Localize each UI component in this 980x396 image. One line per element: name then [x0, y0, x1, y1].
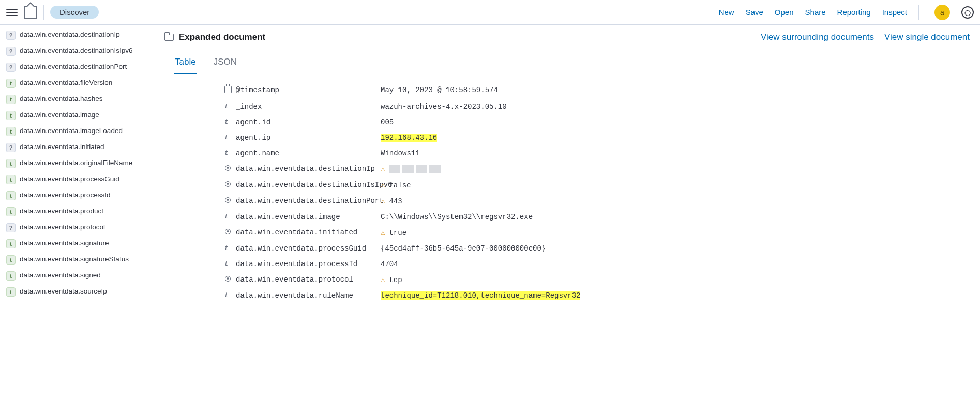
text-type-icon: t [224, 118, 236, 126]
text-type-icon: t [6, 271, 16, 281]
date-type-icon [224, 86, 236, 95]
new-button[interactable]: New [719, 8, 734, 17]
home-icon[interactable] [24, 6, 37, 19]
field-value: ⚠false [381, 181, 970, 189]
unknown-type-icon: ⦿ [224, 181, 236, 188]
view-surrounding-link[interactable]: View surrounding documents [761, 32, 874, 42]
field-value: 4704 [381, 260, 970, 268]
field-key: data.win.eventdata.destinationPort [236, 197, 381, 205]
fields-sidebar: ?data.win.eventdata.destinationIp?data.w… [0, 25, 152, 396]
doc-row: @timestampMay 10, 2023 @ 10:58:59.574 [164, 82, 970, 99]
warning-icon: ⚠ [381, 228, 385, 237]
field-name: data.win.eventdata.signatureStatus [20, 255, 129, 264]
unknown-type-icon: ⦿ [224, 165, 236, 172]
unknown-type-icon: ⦿ [224, 275, 236, 283]
field-name: data.win.eventdata.destinationIp [20, 30, 120, 39]
doc-row: t_indexwazuh-archives-4.x-2023.05.10 [164, 99, 970, 114]
field-value: ⚠tcp [381, 275, 970, 284]
avatar[interactable]: a [934, 5, 950, 20]
value-text: 192.168.43.16 [381, 134, 437, 142]
field-value: May 10, 2023 @ 10:58:59.574 [381, 86, 970, 94]
share-button[interactable]: Share [805, 8, 826, 17]
tab-json[interactable]: JSON [213, 53, 238, 74]
field-name: data.win.eventdata.sourceIp [20, 287, 107, 296]
doc-row: tdata.win.eventdata.processId4704 [164, 256, 970, 272]
page-title: Expanded document [179, 32, 265, 42]
topbar-left: Discover [6, 5, 99, 20]
topbar: Discover New Save Open Share Reporting I… [0, 0, 980, 25]
open-button[interactable]: Open [775, 8, 794, 17]
doc-header: Expanded document View surrounding docum… [164, 32, 970, 42]
field-item[interactable]: tdata.win.eventdata.processGuid [4, 171, 147, 187]
text-type-icon: t [6, 95, 16, 104]
field-key: agent.id [236, 118, 381, 126]
field-item[interactable]: tdata.win.eventdata.product [4, 203, 147, 219]
field-value: ⚠ [381, 165, 970, 173]
value-text: 4704 [381, 260, 398, 268]
text-type-icon: t [224, 102, 236, 110]
field-value: 005 [381, 118, 970, 126]
tab-table[interactable]: Table [174, 53, 197, 74]
field-name: data.win.eventdata.originalFileName [20, 158, 132, 168]
menu-icon[interactable] [6, 7, 18, 18]
warning-icon: ⚠ [381, 275, 385, 284]
doc-row: tagent.id005 [164, 114, 970, 130]
reporting-button[interactable]: Reporting [837, 8, 871, 17]
value-text: technique_id=T1218.010,technique_name=Re… [381, 291, 580, 300]
doc-row: tagent.nameWindows11 [164, 145, 970, 161]
field-item[interactable]: ?data.win.eventdata.destinationIp [4, 27, 147, 43]
field-name: data.win.eventdata.signed [20, 271, 101, 280]
value-text: C:\\Windows\\System32\\regsvr32.exe [381, 213, 533, 221]
field-key: data.win.eventdata.image [236, 213, 381, 221]
text-type-icon: t [224, 291, 236, 299]
field-item[interactable]: tdata.win.eventdata.signed [4, 268, 147, 284]
doc-row: tdata.win.eventdata.imageC:\\Windows\\Sy… [164, 209, 970, 225]
field-item[interactable]: ?data.win.eventdata.initiated [4, 139, 147, 155]
doc-row: ⦿data.win.eventdata.destinationIsIpv6⚠fa… [164, 177, 970, 193]
value-text: Windows11 [381, 149, 420, 157]
field-item[interactable]: tdata.win.eventdata.processId [4, 187, 147, 203]
doc-tabs: Table JSON [164, 53, 970, 74]
field-item[interactable]: tdata.win.eventdata.sourceIp [4, 284, 147, 300]
text-type-icon: t [6, 127, 16, 136]
text-type-icon: t [6, 159, 16, 168]
doc-row: ⦿data.win.eventdata.protocol⚠tcp [164, 272, 970, 288]
inspect-button[interactable]: Inspect [882, 8, 907, 17]
field-item[interactable]: ?data.win.eventdata.protocol [4, 219, 147, 236]
save-button[interactable]: Save [746, 8, 763, 17]
unknown-type-icon: ? [6, 223, 16, 232]
help-icon[interactable]: ◌ [961, 6, 974, 19]
unknown-type-icon: ⦿ [224, 228, 236, 236]
field-item[interactable]: tdata.win.eventdata.signatureStatus [4, 252, 147, 268]
breadcrumb[interactable]: Discover [50, 6, 99, 19]
field-value: ⚠true [381, 228, 970, 237]
field-item[interactable]: tdata.win.eventdata.hashes [4, 91, 147, 107]
doc-row: ⦿data.win.eventdata.initiated⚠true [164, 225, 970, 241]
field-item[interactable]: tdata.win.eventdata.imageLoaded [4, 123, 147, 139]
warning-icon: ⚠ [381, 197, 385, 206]
field-key: data.win.eventdata.initiated [236, 228, 381, 237]
text-type-icon: t [6, 175, 16, 184]
field-item[interactable]: tdata.win.eventdata.fileVersion [4, 75, 147, 91]
doc-row: ⦿data.win.eventdata.destinationIp⚠ [164, 161, 970, 177]
unknown-type-icon: ⦿ [224, 197, 236, 204]
field-item[interactable]: tdata.win.eventdata.image [4, 107, 147, 123]
field-item[interactable]: tdata.win.eventdata.originalFileName [4, 155, 147, 171]
field-item[interactable]: tdata.win.eventdata.signature [4, 236, 147, 252]
field-name: data.win.eventdata.hashes [20, 94, 103, 104]
value-text: wazuh-archives-4.x-2023.05.10 [381, 102, 507, 111]
view-single-link[interactable]: View single document [884, 32, 970, 42]
value-text: 005 [381, 118, 394, 126]
field-item[interactable]: ?data.win.eventdata.destinationPort [4, 59, 147, 75]
field-name: data.win.eventdata.processGuid [20, 174, 119, 184]
field-item[interactable]: ?data.win.eventdata.destinationIsIpv6 [4, 43, 147, 59]
field-name: data.win.eventdata.imageLoaded [20, 126, 123, 136]
field-value: {45cd4aff-36b5-645a-9e07-000000000e00} [381, 244, 970, 253]
field-name: data.win.eventdata.signature [20, 239, 109, 248]
field-key: data.win.eventdata.ruleName [236, 291, 381, 300]
value-text: true [389, 229, 406, 237]
value-text: tcp [389, 276, 402, 284]
field-key: _index [236, 102, 381, 111]
unknown-type-icon: ? [6, 47, 16, 56]
field-key: data.win.eventdata.protocol [236, 275, 381, 284]
